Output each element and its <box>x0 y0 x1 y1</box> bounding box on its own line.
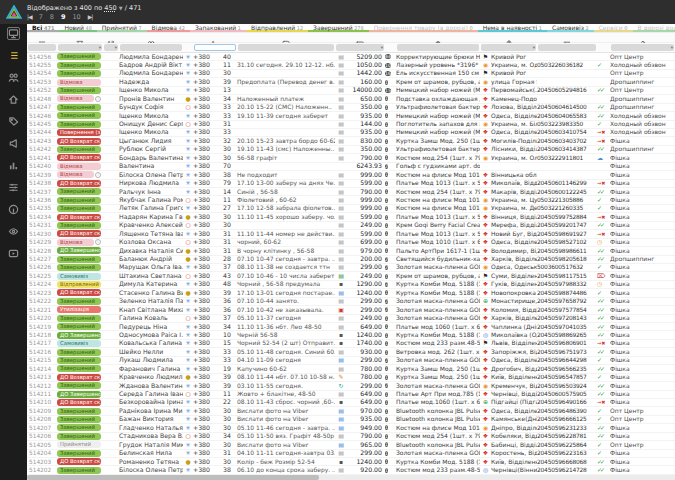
tab-2[interactable]: Новий 48 <box>59 24 96 32</box>
status-badge[interactable]: Повернення (з.. <box>57 129 101 136</box>
status-badge[interactable]: ДО Возврат ск.. <box>57 214 101 221</box>
phone-number[interactable]: +380 <box>193 213 223 221</box>
ttn-number[interactable]: 20450596547857 <box>537 373 597 381</box>
ttn-number[interactable]: 20450596223163 <box>537 449 597 457</box>
ttn-number[interactable]: 20450597041035 <box>537 323 597 331</box>
ttn-number[interactable]: 0503223983350 <box>537 120 597 128</box>
phone-number[interactable]: +380 <box>193 78 223 86</box>
sidebar-item-video-icon[interactable] <box>7 247 20 260</box>
phone-number[interactable]: +380 <box>193 432 223 440</box>
phone-number[interactable]: +380 <box>193 356 223 364</box>
status-badge[interactable]: Завершений <box>57 205 101 212</box>
sidebar-item-tag-icon[interactable] <box>7 115 20 128</box>
phone-number[interactable]: +380 <box>193 137 223 145</box>
last-page-button[interactable]: ▶| <box>88 13 93 20</box>
status-badge[interactable]: Завершений <box>57 357 101 364</box>
phone-number[interactable]: +380 <box>193 415 223 423</box>
status-badge[interactable]: Відмова <box>57 239 94 246</box>
status-badge[interactable]: Завершений <box>57 382 101 389</box>
tab-8[interactable]: Повернення товару (в дорозі) 0 <box>369 24 478 32</box>
phone-number[interactable]: +380 <box>193 128 223 136</box>
ttn-number[interactable]: 20450597658792 <box>537 297 597 305</box>
tab-1[interactable]: Всі 471 <box>27 24 59 32</box>
ttn-number[interactable]: 0503221260335 <box>537 204 597 212</box>
tab-9[interactable]: Нема в наявності 1 <box>478 24 547 32</box>
ttn-number[interactable]: 20450600122245 <box>537 188 597 196</box>
status-badge[interactable]: ДО Возврат ск.. <box>57 180 101 187</box>
ttn-number[interactable]: 20450596486390 <box>537 407 597 415</box>
ttn-number[interactable]: 0503226036182 <box>537 61 597 69</box>
ttn-number[interactable]: 0503221305886 <box>537 196 597 204</box>
status-badge[interactable]: Відмова <box>57 95 94 102</box>
status-badge[interactable]: Завершений <box>57 416 101 423</box>
phone-number[interactable]: +380 <box>193 382 223 390</box>
phone-number[interactable]: +380 <box>193 204 223 212</box>
status-badge[interactable]: Завершений <box>57 433 101 440</box>
phone-number[interactable]: +380 <box>193 162 223 170</box>
tab-4[interactable]: Відмова 42 <box>147 24 190 32</box>
ttn-number[interactable]: 20450596806901 <box>537 339 597 347</box>
phone-number[interactable]: +380 <box>193 458 223 466</box>
sidebar-item-megaphone-icon[interactable] <box>7 137 20 150</box>
horizontal-scrollbar[interactable] <box>27 475 675 480</box>
phone-number[interactable]: +380 <box>193 373 223 381</box>
status-badge[interactable]: Завершений <box>57 197 101 204</box>
status-badge[interactable]: Самовивіз <box>57 340 101 347</box>
phone-number[interactable]: +380 <box>193 247 223 255</box>
sidebar-item-orders-list-icon[interactable] <box>7 49 20 62</box>
app-logo[interactable] <box>0 0 27 24</box>
status-badge[interactable]: ДО Возврат ск.. <box>57 374 101 381</box>
ttn-number[interactable]: 20450596490166 <box>537 398 597 406</box>
phone-number[interactable]: +380 <box>193 86 223 94</box>
page-button-7[interactable]: 7 <box>39 13 43 21</box>
ttn-number[interactable]: 20450598869265 <box>537 331 597 339</box>
phone-number[interactable]: +380 <box>193 171 223 179</box>
status-badge[interactable]: ДО Возврат ск.. <box>57 154 101 161</box>
filter-input-2[interactable]: ▾ <box>58 44 102 51</box>
tab-7[interactable]: Завершений 278 <box>308 24 369 32</box>
status-badge[interactable]: Завершений <box>57 70 101 77</box>
status-badge[interactable]: Завершений <box>57 146 101 153</box>
ttn-number[interactable]: 20450596644298 <box>537 356 597 364</box>
status-badge[interactable]: Самовивіз <box>57 273 101 280</box>
ttn-number[interactable]: 20450598986611 <box>537 247 597 255</box>
sidebar-item-stats-chart-icon[interactable] <box>7 159 20 172</box>
status-badge[interactable]: Відмова <box>57 171 94 178</box>
ttn-number[interactable]: 5003600517632 <box>537 263 597 271</box>
status-badge[interactable]: Завершений <box>57 365 101 372</box>
phone-number[interactable]: +380 <box>193 103 223 111</box>
phone-number[interactable]: +380 <box>193 449 223 457</box>
filter-input-11[interactable]: ▾ <box>611 44 674 51</box>
page-button-8[interactable]: 8 <box>50 13 54 21</box>
ttn-number[interactable]: 20450598527102 <box>537 238 597 246</box>
status-badge[interactable]: ДО Возврат ск.. <box>57 289 101 296</box>
ttn-number[interactable]: 20450596666125 <box>537 415 597 423</box>
status-badge[interactable]: Завершений <box>57 408 101 415</box>
ttn-number[interactable]: 20450603403702 <box>537 137 597 145</box>
page-button-10[interactable]: 10 <box>72 13 80 21</box>
ttn-number[interactable]: 20450597988332 <box>537 280 597 288</box>
phone-number[interactable]: +380 <box>193 263 223 271</box>
phone-number[interactable]: +380 <box>193 238 223 246</box>
status-badge[interactable]: ДО Возврат ск.. <box>57 458 101 465</box>
phone-number[interactable]: +380 <box>193 297 223 305</box>
phone-number[interactable]: +380 <box>193 120 223 128</box>
ttn-number[interactable]: 20450597577854 <box>537 306 597 314</box>
status-badge[interactable]: ДО Завершено <box>57 247 101 254</box>
status-badge[interactable]: Завершений <box>57 323 101 330</box>
phone-number[interactable]: +380 <box>193 221 223 229</box>
status-badge[interactable]: Завершений <box>57 121 101 128</box>
phone-number[interactable]: +380 <box>193 112 223 120</box>
status-badge[interactable]: Завершений <box>57 104 101 111</box>
sidebar-item-customers-icon[interactable] <box>7 71 20 84</box>
status-badge[interactable]: Відправлений <box>57 281 101 288</box>
ttn-number[interactable]: 20450597208143 <box>537 314 597 322</box>
tab-3[interactable]: Прийнятий 7 <box>97 24 147 32</box>
phone-number[interactable]: +380 <box>193 280 223 288</box>
table-row[interactable]: 514202ЗавершенийБілоска Олена Петр..✳+38… <box>27 466 675 474</box>
phone-number[interactable]: +380 <box>193 398 223 406</box>
ttn-number[interactable]: 20450600575905 <box>537 390 597 398</box>
status-badge[interactable]: Відмова <box>57 163 101 170</box>
filter-input-1[interactable] <box>28 44 56 51</box>
sidebar-item-info-icon[interactable] <box>7 203 20 216</box>
